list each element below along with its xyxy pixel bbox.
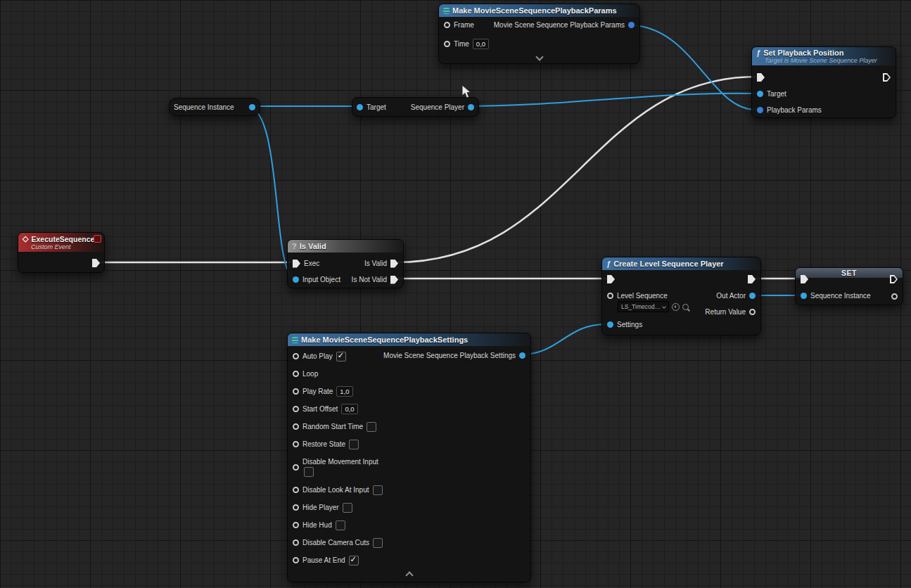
disable-camera-cuts-label: Disable Camera Cuts	[302, 539, 369, 547]
input-object-pin[interactable]	[293, 276, 299, 283]
node-title: Make MovieSceneSequencePlaybackSettings	[301, 335, 468, 344]
random-start-time-checkbox[interactable]	[367, 422, 376, 432]
asset-dropdown[interactable]: LS_TimecodePr	[618, 301, 669, 312]
hide-player-checkbox[interactable]	[343, 503, 352, 513]
out-actor-pin-label: Out Actor	[716, 292, 746, 300]
node-set-sequence-instance[interactable]: SET Sequence Instance	[795, 267, 903, 305]
play-rate-pin[interactable]	[293, 388, 299, 395]
blueprint-graph-canvas[interactable]: { "graph": { "editor": "Unreal Engine Bl…	[0, 0, 911, 588]
hide-player-pin[interactable]	[293, 504, 299, 511]
question-icon: ?	[292, 242, 297, 250]
chevron-up-icon[interactable]	[405, 571, 413, 579]
time-value-input[interactable]: 0,0	[473, 39, 489, 49]
disable-movement-input-checkbox[interactable]	[304, 467, 314, 477]
node-header[interactable]: ? Is Valid	[288, 240, 403, 253]
exec-out-pin[interactable]	[748, 275, 756, 283]
exec-in-pin[interactable]	[607, 275, 615, 283]
event-diamond-icon: ◇	[23, 234, 28, 243]
frame-pin[interactable]	[444, 22, 450, 28]
node-make-playback-settings[interactable]: Make MovieSceneSequencePlaybackSettings …	[287, 333, 531, 582]
disable-camera-cuts-checkbox[interactable]	[373, 538, 383, 548]
input-object-pin-label: Input Object	[302, 276, 340, 283]
sequence-instance-out-pin[interactable]	[891, 293, 898, 300]
playback-params-output-pin[interactable]	[628, 22, 635, 28]
pin-row: Level Sequence	[602, 292, 673, 300]
browse-asset-icon[interactable]	[682, 304, 689, 310]
node-header[interactable]: ƒ Set Playback Position Target is Movie …	[752, 47, 896, 65]
settings-pin[interactable]	[607, 321, 613, 328]
disable-look-at-input-checkbox[interactable]	[373, 485, 383, 495]
node-title: Is Valid	[300, 242, 326, 250]
restore-state-pin[interactable]	[293, 441, 299, 447]
node-get-sequence-instance[interactable]: Sequence Instance	[169, 98, 260, 116]
node-header[interactable]: ƒ Create Level Sequence Player	[602, 257, 760, 270]
is-not-valid-exec-out-pin[interactable]	[390, 276, 398, 284]
sequence-player-output-pin[interactable]	[468, 104, 474, 110]
pin-row: Loop	[288, 365, 530, 383]
node-is-valid[interactable]: ? Is Valid Exec Is Valid Input Object Is…	[287, 239, 404, 288]
node-set-playback-position[interactable]: ƒ Set Playback Position Target is Movie …	[751, 46, 896, 118]
target-pin[interactable]	[757, 91, 763, 97]
hide-hud-checkbox[interactable]	[336, 520, 345, 530]
time-pin-label: Time	[454, 40, 469, 48]
sequence-instance-output-pin[interactable]	[249, 104, 255, 110]
node-header[interactable]: Make MovieSceneSequencePlaybackParams	[439, 4, 639, 17]
pin-row: Input Object Is Not Valid	[288, 271, 403, 288]
pause-at-end-checkbox[interactable]	[349, 556, 359, 565]
start-offset-label: Start Offset	[302, 405, 338, 413]
sequence-instance-in-pin[interactable]	[801, 293, 807, 299]
restore-state-checkbox[interactable]	[349, 440, 359, 449]
settings-output-pin-label: Movie Scene Sequence Playback Settings	[383, 352, 516, 359]
play-rate-input[interactable]: 1,0	[336, 386, 352, 397]
node-header[interactable]: Make MovieSceneSequencePlaybackSettings	[288, 333, 530, 346]
node-make-playback-params[interactable]: Make MovieSceneSequencePlaybackParams Fr…	[438, 4, 640, 64]
node-header[interactable]: SET	[796, 268, 903, 278]
out-actor-pin[interactable]	[749, 293, 756, 299]
level-sequence-pin-label: Level Sequence	[617, 292, 668, 300]
pin-row: Disable Camera Cuts	[288, 534, 530, 551]
settings-output-pin[interactable]	[519, 352, 525, 359]
hide-player-label: Hide Player	[302, 504, 339, 511]
level-sequence-pin[interactable]	[607, 293, 613, 299]
pin-row: Target	[752, 90, 791, 98]
random-start-time-label: Random Start Time	[302, 423, 363, 430]
target-pin[interactable]	[357, 104, 363, 110]
auto-play-checkbox[interactable]	[336, 352, 346, 362]
node-create-level-sequence-player[interactable]: ƒ Create Level Sequence Player Level Seq…	[601, 257, 761, 335]
asset-dropdown-value: LS_TimecodePr	[621, 302, 661, 312]
exec-pin-label: Exec	[304, 260, 319, 267]
sequence-instance-pin-label: Sequence Instance	[810, 292, 871, 300]
is-valid-exec-out-pin[interactable]	[390, 260, 398, 268]
exec-out-pin[interactable]	[883, 73, 891, 82]
hide-hud-pin[interactable]	[293, 522, 299, 528]
pin-row: Hide Hud	[288, 516, 530, 534]
exec-out-pin[interactable]	[92, 259, 100, 267]
exec-in-pin[interactable]	[293, 260, 300, 268]
node-header[interactable]: ◇ ExecuteSequence Custom Event	[18, 233, 104, 252]
disable-look-at-input-pin[interactable]	[293, 487, 299, 493]
start-offset-input[interactable]: 0,0	[341, 404, 357, 414]
disable-movement-input-pin[interactable]	[293, 464, 299, 471]
make-struct-icon	[443, 8, 450, 14]
pause-at-end-pin[interactable]	[293, 557, 299, 563]
wire-settings-createplayer[interactable]	[521, 324, 606, 354]
exec-in-pin[interactable]	[757, 73, 765, 82]
start-offset-pin[interactable]	[293, 406, 299, 412]
time-pin[interactable]	[444, 41, 450, 47]
auto-play-pin[interactable]	[293, 353, 299, 359]
loop-pin[interactable]	[293, 371, 299, 377]
chevron-down-icon	[662, 305, 666, 309]
node-get-sequence-player[interactable]: Target Sequence Player	[352, 97, 479, 117]
chevron-down-icon[interactable]	[535, 53, 543, 60]
wire-sequenceplayer-target[interactable]	[461, 94, 757, 106]
node-title: Set Playback Position	[763, 49, 843, 57]
return-value-pin[interactable]	[749, 309, 756, 315]
node-execute-sequence-event[interactable]: ◇ ExecuteSequence Custom Event	[18, 232, 105, 273]
exec-in-pin[interactable]	[801, 275, 808, 283]
playback-params-pin[interactable]	[757, 107, 763, 113]
pin-row: Playback Params	[752, 106, 827, 114]
random-start-time-pin[interactable]	[293, 423, 299, 430]
use-selected-asset-icon[interactable]	[672, 303, 680, 311]
exec-out-pin[interactable]	[890, 275, 898, 283]
disable-camera-cuts-pin[interactable]	[293, 539, 299, 546]
